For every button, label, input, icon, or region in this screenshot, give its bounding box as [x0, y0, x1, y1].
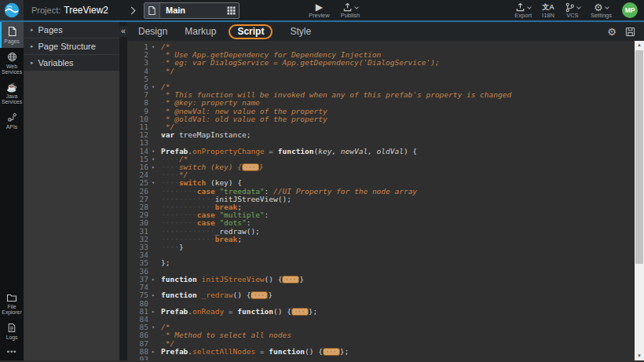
project-name: TreeView2	[64, 5, 108, 16]
code-segment-kww: Prefab	[161, 307, 188, 316]
panel-divider[interactable]: «	[119, 22, 127, 360]
code-line[interactable]: 14▾Prefab.onPropertyChange = function(ke…	[127, 148, 644, 155]
rail-label: File Explorer	[0, 304, 24, 316]
fold-toggle-icon	[148, 171, 158, 179]
accordion-variables[interactable]: ▸ Variables	[24, 55, 119, 71]
code-segment-fn: initJStreeView	[202, 275, 265, 283]
app-logo[interactable]	[0, 0, 24, 20]
gutter: 86	[127, 331, 159, 339]
rail-label: Logs	[6, 335, 18, 341]
preview-button[interactable]: ▶ Preview	[309, 2, 330, 19]
fold-toggle-icon[interactable]: ▸	[148, 291, 158, 299]
accordion-page-structure[interactable]: ▸ Page Structure	[24, 38, 119, 55]
sidebar-item-pages[interactable]: Pages	[0, 22, 24, 48]
save-icon[interactable]	[625, 27, 635, 37]
code-segment-pl: };	[340, 347, 349, 356]
editor-scrollbar[interactable]: ▲ ▼	[635, 41, 644, 360]
more-options-button[interactable]: •••	[0, 343, 24, 360]
fold-toggle-icon[interactable]: ▸	[148, 348, 158, 356]
sidebar-item-web-services[interactable]: Web Services	[0, 48, 24, 79]
editor-tab-bar: Design Markup Script Style ⚙	[127, 22, 644, 41]
code-line[interactable]: 81▸Prefab.onReady = function() {···};	[127, 308, 644, 316]
code-text: var treeMapInstance;	[159, 131, 251, 139]
folded-code-placeholder[interactable]: ···	[323, 348, 340, 356]
code-segment-cm: * eg: var DialogService = App.getDepende…	[166, 58, 440, 67]
publish-button[interactable]: Publish	[341, 2, 360, 19]
fold-toggle-icon	[148, 243, 158, 251]
code-segment-pl: () {	[265, 275, 283, 283]
folded-code-placeholder[interactable]: ···	[291, 308, 309, 316]
code-line[interactable]: 10·* @oldVal: old value of the property	[127, 115, 644, 123]
sidebar-item-java-services[interactable]: ☕ Java Services	[0, 79, 24, 108]
vcs-button[interactable]: VCS	[565, 2, 580, 19]
code-text: function _redraw() {···}	[159, 291, 273, 299]
code-line[interactable]: 37▸function initJStreeView() {···}	[127, 276, 644, 283]
fold-toggle-icon	[148, 251, 158, 259]
script-settings-gear-icon[interactable]: ⚙	[607, 27, 617, 37]
code-line[interactable]: 5	[127, 75, 644, 83]
code-line[interactable]: 84	[127, 316, 644, 324]
sidebar-item-apis[interactable]: APIs	[0, 108, 24, 133]
code-line[interactable]: 12var treeMapInstance;	[127, 131, 644, 139]
fold-toggle-icon[interactable]: ▾	[148, 43, 158, 51]
gutter: 8	[127, 99, 159, 107]
fold-toggle-icon	[148, 340, 158, 348]
script-editor[interactable]: 1▾/*2·* Use App.getDependency for Depend…	[127, 41, 644, 360]
accordion-pages[interactable]: ▸ Pages	[24, 22, 119, 38]
code-text: Prefab.selectAllNodes = function() {···}…	[159, 348, 349, 356]
code-line[interactable]: 4·*/	[127, 68, 644, 75]
fold-toggle-icon[interactable]: ▾	[148, 179, 158, 187]
code-segment-pl: ) {	[404, 147, 417, 155]
fold-toggle-icon	[148, 51, 158, 59]
fold-toggle-icon[interactable]: ▾	[148, 155, 158, 163]
sidebar-item-file-explorer[interactable]: File Explorer	[0, 289, 24, 319]
fold-toggle-icon[interactable]: ▾	[148, 83, 158, 91]
accordion-label: Variables	[38, 58, 74, 68]
scroll-up-arrow[interactable]: ▲	[635, 41, 644, 49]
settings-button[interactable]: ⚙ Settings	[591, 2, 612, 19]
tab-style[interactable]: Style	[290, 26, 311, 37]
collapse-panel-button[interactable]: «	[119, 26, 128, 37]
fold-toggle-icon	[148, 259, 158, 267]
scrollbar-thumb[interactable]	[635, 50, 643, 264]
page-selector-dropdown[interactable]: Main	[144, 2, 240, 19]
apis-icon	[7, 112, 17, 122]
i18n-button[interactable]: 文A I18N	[542, 2, 554, 19]
folded-code-placeholder[interactable]: ···	[282, 276, 299, 283]
tab-design[interactable]: Design	[138, 26, 167, 37]
folded-code-placeholder[interactable]: ···	[242, 163, 259, 171]
code-segment-pl: };	[161, 258, 170, 267]
export-icon	[515, 2, 525, 13]
code-line[interactable]: 3·* eg: var DialogService = App.getDepen…	[127, 59, 644, 67]
fold-toggle-icon[interactable]: ▸	[148, 276, 158, 283]
code-line[interactable]: 35};	[127, 259, 644, 267]
sidebar-item-logs[interactable]: Logs	[0, 319, 24, 344]
code-line[interactable]: 88▸Prefab.selectAllNodes = function() {·…	[127, 348, 644, 356]
grid-view-icon[interactable]	[223, 6, 239, 15]
fold-toggle-icon[interactable]: ▸	[148, 163, 158, 171]
folded-code-placeholder[interactable]: ···	[251, 291, 268, 299]
code-line[interactable]: 32············break;	[127, 236, 644, 243]
code-line[interactable]: 34	[127, 251, 644, 259]
fold-toggle-icon[interactable]: ▾	[148, 324, 158, 331]
code-segment-cm: }	[259, 163, 264, 171]
code-line[interactable]: 16▸····switch (key) {···}	[127, 163, 644, 171]
code-line[interactable]: 75▸function _redraw() {···}	[127, 291, 644, 299]
scroll-down-arrow[interactable]: ▼	[635, 352, 644, 360]
export-button[interactable]: Export	[514, 2, 532, 19]
code-line[interactable]: 33····}	[127, 243, 644, 251]
code-segment-pl: ;	[237, 235, 242, 243]
code-line[interactable]: 93	[127, 356, 644, 360]
user-avatar[interactable]: MP	[622, 2, 638, 18]
fold-toggle-icon[interactable]: ▾	[148, 148, 158, 155]
tab-script[interactable]: Script	[229, 24, 273, 39]
code-text: function initJStreeView() {···}	[159, 276, 304, 283]
fold-toggle-icon	[148, 268, 158, 276]
line-number: 86	[127, 331, 148, 339]
tab-markup[interactable]: Markup	[185, 26, 216, 37]
code-line[interactable]: 86·* Method to select all nodes	[127, 331, 644, 339]
accordion-label: Pages	[38, 25, 63, 35]
rail-label: Java Services	[0, 93, 24, 105]
fold-toggle-icon[interactable]: ▸	[148, 308, 158, 316]
fold-toggle-icon	[148, 211, 158, 219]
